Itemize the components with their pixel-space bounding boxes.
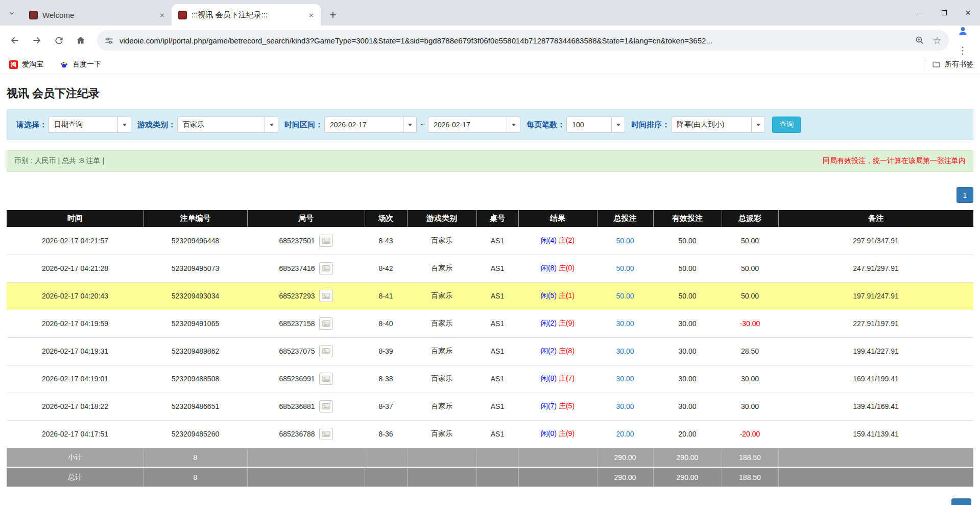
sort-value: 降幂(由大到小) [671,117,751,133]
cell-bet-number: 523209485260 [144,420,247,448]
site-info-icon[interactable] [104,36,114,45]
round-replay-icon[interactable] [319,428,333,440]
folder-icon [932,60,941,69]
column-header: 游戏类别 [407,210,476,227]
summary-count: 8 [144,467,247,487]
summary-empty [407,467,476,487]
cell-game-type: 百家乐 [407,337,476,365]
cell-table-number: AS1 [476,227,518,255]
cell-session: 8-43 [365,227,407,255]
query-type-select[interactable]: 日期查询 [49,117,131,133]
tab-welcome[interactable]: Welcome × [22,4,172,26]
tab-search-button[interactable] [5,6,18,20]
cell-bet-number: 523209486651 [144,393,247,420]
back-button[interactable] [5,31,25,50]
total-bet-link[interactable]: 50.00 [616,237,634,245]
dropdown-button[interactable] [403,117,417,133]
cell-note: 169.41/199.41 [778,365,973,393]
bookmark-star-button[interactable]: ☆ [928,32,946,49]
round-replay-icon[interactable] [319,400,333,412]
zoom-button[interactable] [911,32,928,49]
search-button[interactable]: 查询 [772,117,801,133]
table-row: 2026-02-17 04:17:51523209485260685236788… [7,420,973,448]
total-bet-link[interactable]: 50.00 [616,264,634,272]
round-number-text: 685236991 [279,375,315,383]
total-bet-link[interactable]: 20.00 [616,430,634,438]
cell-valid-bet: 50.00 [653,255,722,282]
column-header: 时间 [7,210,144,227]
page-content: 视讯 会员下注纪录 请选择： 日期查询 游戏类别： 百家乐 时间区间： 2026… [0,74,980,487]
tab-bet-record[interactable]: :::视讯 会员下注纪录::: × [172,4,321,26]
bookmark-aitaobao[interactable]: 淘 爱淘宝 [7,58,46,72]
round-replay-icon[interactable] [319,235,333,247]
round-replay-icon[interactable] [319,262,333,274]
total-row: 总计8290.00290.00188.50 [7,467,973,487]
payout-value: 50.00 [741,237,759,245]
cell-table-number: AS1 [476,420,518,448]
window-controls: × [908,0,980,26]
tilde-separator: ~ [420,121,424,129]
date-from-select[interactable]: 2026-02-17 [324,117,417,133]
round-replay-icon[interactable] [319,373,333,385]
summary-count: 8 [144,448,247,467]
total-bet-link[interactable]: 30.00 [616,319,634,328]
cell-game-type: 百家乐 [407,282,476,310]
zoom-icon [915,35,925,45]
new-tab-button[interactable]: + [325,7,341,22]
per-page-select[interactable]: 100 [566,117,625,133]
all-bookmarks-button[interactable]: 所有书签 [924,59,973,70]
subtotal-row: 小计8290.00290.00188.50 [7,448,973,467]
total-bet-link[interactable]: 30.00 [616,402,634,410]
tab-close-icon[interactable]: × [306,10,317,20]
game-type-label: 游戏类别： [137,120,176,130]
payout-value: -30.00 [740,319,760,328]
cell-time: 2026-02-17 04:17:51 [7,420,144,448]
reload-button[interactable] [49,31,68,50]
home-icon [75,35,86,46]
url-bar[interactable]: videoie.com/ipl/portal.php/game/betrecor… [97,30,949,51]
total-bet-link[interactable]: 30.00 [616,347,634,355]
page-title: 视讯 会员下注纪录 [7,74,973,109]
dropdown-button[interactable] [611,117,625,133]
cell-table-number: AS1 [476,337,518,365]
forward-button[interactable] [27,31,46,50]
dropdown-button[interactable] [507,117,520,133]
game-type-select[interactable]: 百家乐 [177,117,278,133]
bookmark-baidu[interactable]: 百度一下 [57,58,104,72]
page-number-button[interactable]: 1 [957,187,973,203]
cell-round-number: 685237501 [247,227,365,255]
bookmark-label: 百度一下 [73,60,101,69]
round-replay-icon[interactable] [319,345,333,357]
total-bet-link[interactable]: 30.00 [616,375,634,383]
cell-valid-bet: 20.00 [653,420,722,448]
bookmark-label: 爱淘宝 [22,60,43,69]
summary-empty [407,448,476,467]
dropdown-button[interactable] [117,117,131,133]
cell-note: 139.41/169.41 [778,393,973,420]
date-to-value: 2026-02-17 [428,117,507,133]
round-replay-icon[interactable] [319,317,333,330]
tab-close-icon[interactable]: × [157,10,168,20]
dropdown-button[interactable] [751,117,765,133]
cell-session: 8-36 [365,420,407,448]
cell-total-bet: 30.00 [597,310,653,337]
browser-menu-button[interactable]: ⋮ [953,40,972,60]
round-replay-icon[interactable] [319,290,333,302]
sort-select[interactable]: 降幂(由大到小) [671,117,765,133]
profile-icon [957,25,969,37]
home-button[interactable] [71,31,90,50]
dropdown-button[interactable] [265,117,278,133]
cell-table-number: AS1 [476,365,518,393]
bottom-pagination-button[interactable] [951,498,971,505]
cell-time: 2026-02-17 04:20:43 [7,282,144,310]
table-row: 2026-02-17 04:21:28523209495073685237416… [7,255,973,282]
cell-time: 2026-02-17 04:19:31 [7,337,144,365]
summary-label: 小计 [7,448,144,467]
close-button[interactable]: × [956,0,980,26]
maximize-button[interactable] [932,0,956,26]
date-to-select[interactable]: 2026-02-17 [428,117,520,133]
total-bet-link[interactable]: 50.00 [616,292,634,300]
minimize-button[interactable] [908,0,932,26]
summary-payout: 188.50 [722,467,778,487]
cell-session: 8-40 [365,310,407,337]
